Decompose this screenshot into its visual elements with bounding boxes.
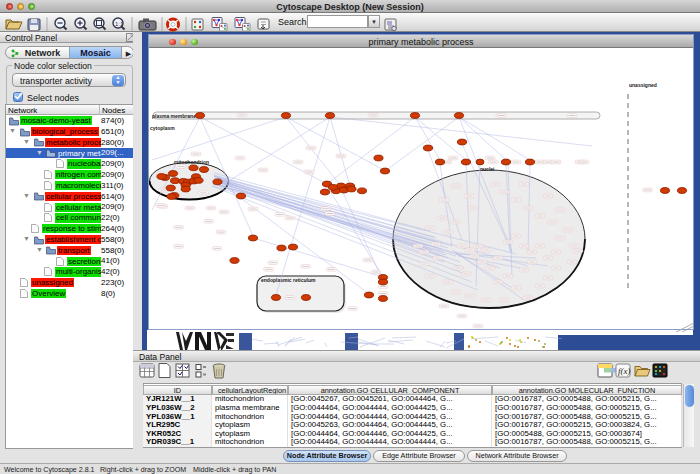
svg-text:unassigned: unassigned <box>629 82 657 88</box>
svg-text:endoplasmic reticulum: endoplasmic reticulum <box>261 277 316 283</box>
svg-text:cytoplasm: cytoplasm <box>150 125 175 131</box>
svg-text:mitochondrion: mitochondrion <box>174 159 209 165</box>
svg-text:f(x): f(x) <box>618 366 631 376</box>
svg-text:plasma membrane: plasma membrane <box>152 113 196 119</box>
svg-text:nuclei: nuclei <box>480 166 495 172</box>
